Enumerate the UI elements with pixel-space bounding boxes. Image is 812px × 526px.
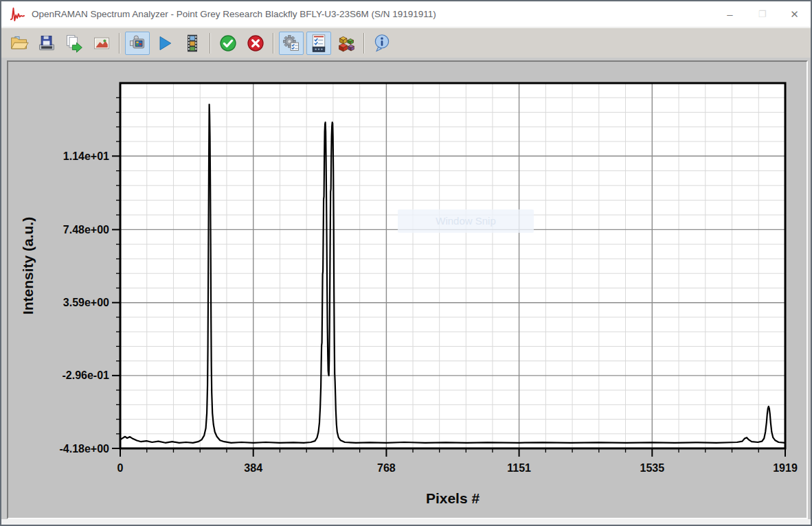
info-button[interactable]: [370, 32, 394, 55]
camera-button[interactable]: [125, 32, 150, 55]
close-button[interactable]: ✕: [778, 1, 811, 27]
x-tick-label: 768: [377, 462, 396, 474]
y-tick-label: 1.14e+01: [63, 150, 109, 162]
cancel-x-icon: [246, 34, 265, 53]
y-tick-label: -4.18e+00: [59, 443, 109, 455]
film-sequence-button[interactable]: [180, 32, 205, 55]
open-folder-button[interactable]: [7, 32, 32, 55]
title-bar[interactable]: OpenRAMAN Spectrum Analyzer - Point Grey…: [1, 1, 811, 27]
window-controls: – ❐ ✕: [714, 1, 811, 27]
play-icon: [155, 34, 174, 53]
settings-gear-icon: [282, 34, 301, 53]
y-tick-label: 3.59e+00: [63, 297, 109, 308]
export-copy-icon: [65, 34, 84, 53]
capture-image-icon: [92, 34, 111, 53]
toolbar-separator: [363, 33, 365, 54]
app-spectrum-icon: [10, 6, 25, 23]
capture-image-button[interactable]: [89, 32, 114, 55]
toolbar-separator: [210, 33, 211, 54]
x-tick-label: 384: [244, 462, 262, 474]
app-window: OpenRAMAN Spectrum Analyzer - Point Grey…: [0, 0, 812, 526]
x-tick-label: 1535: [640, 462, 665, 474]
camera-icon: [128, 34, 147, 53]
window-snip-watermark: Window Snip: [398, 209, 534, 233]
minimize-button[interactable]: –: [714, 1, 746, 27]
window-bottom-strip: [1, 519, 811, 525]
toolbar: [1, 27, 811, 58]
toolbar-separator: [273, 33, 274, 54]
plot-background: [120, 83, 785, 448]
play-button[interactable]: [153, 32, 177, 55]
x-tick-label: 1151: [507, 462, 531, 474]
y-tick-label: 7.48e+00: [63, 224, 109, 236]
open-folder-icon: [10, 34, 29, 53]
checklist-icon: [309, 34, 328, 53]
film-sequence-icon: [183, 34, 202, 53]
y-axis-title: Intensity (a.u.): [20, 217, 36, 315]
save-button[interactable]: [34, 32, 59, 55]
export-copy-button[interactable]: [62, 32, 87, 55]
x-tick-label: 1919: [773, 462, 798, 474]
cancel-button[interactable]: [243, 32, 268, 55]
chart-blocks-button[interactable]: [334, 32, 359, 55]
window-title: OpenRAMAN Spectrum Analyzer - Point Grey…: [32, 9, 436, 19]
processing-settings-button[interactable]: [306, 32, 331, 55]
toolbar-separator: [119, 33, 120, 54]
acquisition-settings-button[interactable]: [279, 32, 304, 55]
accept-check-icon: [218, 34, 238, 53]
x-tick-label: 0: [117, 462, 124, 474]
maximize-button[interactable]: ❐: [746, 1, 778, 27]
save-icon: [37, 34, 56, 53]
chart-blocks-icon: [337, 34, 356, 53]
chart-panel: 03847681151153519191.14e+017.48e+003.59e…: [7, 60, 808, 519]
x-axis-title: Pixels #: [426, 490, 480, 506]
spectrum-chart: 03847681151153519191.14e+017.48e+003.59e…: [8, 62, 807, 518]
info-icon: [372, 34, 392, 53]
y-tick-label: -2.96e-01: [63, 369, 110, 381]
accept-button[interactable]: [216, 32, 240, 55]
